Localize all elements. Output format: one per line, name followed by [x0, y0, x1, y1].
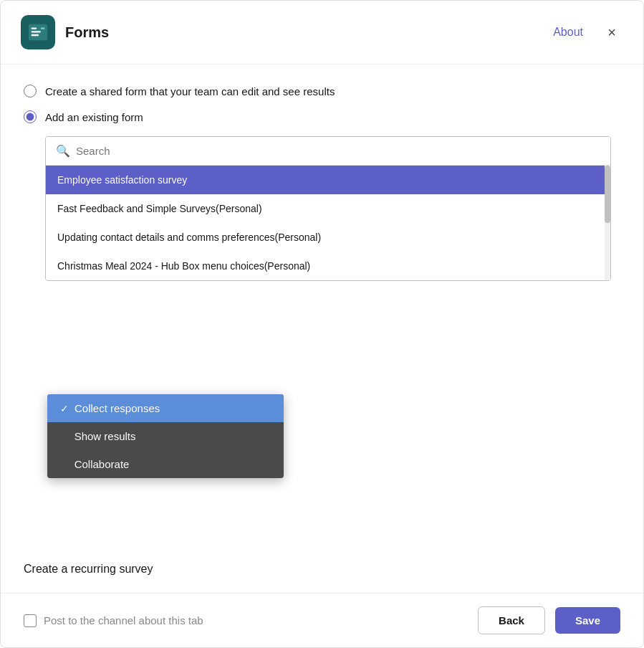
- about-link[interactable]: About: [553, 26, 583, 39]
- svg-rect-2: [32, 31, 41, 32]
- back-button[interactable]: Back: [478, 606, 545, 634]
- action-results[interactable]: Show results: [47, 422, 284, 450]
- search-icon: 🔍: [56, 144, 70, 158]
- option1-label: Create a shared form that your team can …: [45, 85, 335, 97]
- no-check-icon2: [60, 459, 69, 470]
- scrollbar-track: [605, 166, 610, 280]
- svg-rect-1: [32, 27, 37, 29]
- form-selector: 🔍 Employee satisfaction survey Fast Feed…: [45, 136, 620, 281]
- content: Create a shared form that your team can …: [1, 65, 643, 647]
- action-collaborate-label: Collaborate: [75, 458, 130, 470]
- dropdown-item-2[interactable]: Updating contact details and comms prefe…: [46, 223, 610, 252]
- app-icon: [21, 15, 55, 49]
- dialog: Forms About × Create a shared form that …: [0, 0, 644, 648]
- search-box: 🔍 Employee satisfaction survey Fast Feed…: [45, 136, 611, 281]
- recurring-label: Create a recurring survey: [24, 563, 153, 575]
- dropdown-item-3[interactable]: Christmas Meal 2024 - Hub Box menu choic…: [46, 252, 610, 280]
- action-collaborate[interactable]: Collaborate: [47, 450, 284, 478]
- action-popup: ✓ Collect responses Show results Collabo…: [47, 394, 284, 478]
- svg-rect-4: [41, 27, 45, 29]
- dropdown-item-0[interactable]: Employee satisfaction survey: [46, 166, 610, 194]
- post-checkbox[interactable]: [24, 614, 37, 627]
- action-results-label: Show results: [75, 430, 136, 442]
- post-option: Post to the channel about this tab: [24, 614, 478, 627]
- close-button[interactable]: ×: [600, 21, 623, 44]
- option2-label: Add an existing form: [45, 111, 143, 123]
- option1-input[interactable]: [24, 85, 37, 97]
- check-icon: ✓: [60, 403, 69, 414]
- action-collect-label: Collect responses: [75, 402, 160, 414]
- app-title: Forms: [65, 24, 553, 41]
- option1-radio[interactable]: Create a shared form that your team can …: [24, 85, 620, 97]
- dropdown-list: Employee satisfaction survey Fast Feedba…: [46, 165, 610, 280]
- save-button[interactable]: Save: [555, 607, 620, 634]
- dropdown-item-1[interactable]: Fast Feedback and Simple Surveys(Persona…: [46, 194, 610, 223]
- action-collect[interactable]: ✓ Collect responses: [47, 394, 284, 422]
- svg-rect-3: [32, 34, 39, 36]
- footer: Post to the channel about this tab Back …: [1, 593, 643, 647]
- search-input[interactable]: [76, 145, 600, 157]
- recurring-section: Create a recurring survey: [24, 563, 153, 576]
- scrollbar-thumb[interactable]: [605, 166, 610, 223]
- search-row: 🔍: [46, 137, 610, 165]
- header: Forms About ×: [1, 1, 643, 65]
- no-check-icon: [60, 431, 69, 442]
- post-label: Post to the channel about this tab: [44, 614, 203, 626]
- option2-input[interactable]: [24, 110, 37, 123]
- option2-radio[interactable]: Add an existing form: [24, 110, 620, 123]
